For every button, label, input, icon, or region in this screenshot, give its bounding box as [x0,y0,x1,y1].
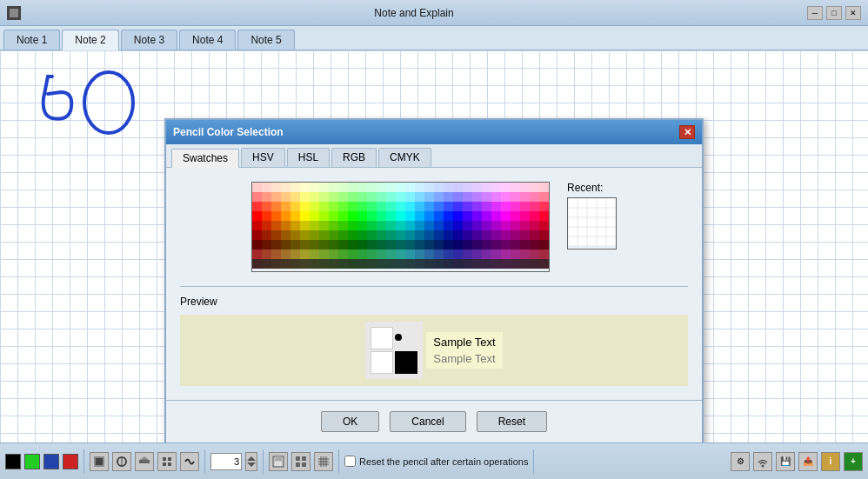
title-bar: Note and Explain ─ □ ✕ [0,0,868,26]
reset-button[interactable]: Reset [477,411,547,432]
dialog-tab-hsl[interactable]: HSL [287,148,330,167]
svg-rect-25 [296,462,300,467]
main-tabs: Note 1 Note 2 Note 3 Note 4 Note 5 [0,26,868,50]
pencil-size-spinner[interactable] [245,452,257,471]
dialog-tabs: Swatches HSV HSL RGB CMYK [166,144,702,168]
recent-label: Recent: [567,182,603,194]
preview-box: Sample Text Sample Text [180,315,688,386]
tab-note2[interactable]: Note 2 [62,30,118,50]
svg-rect-17 [168,462,171,466]
toolbar-add-btn[interactable]: + [844,452,863,471]
tab-note1[interactable]: Note 1 [3,30,60,50]
toolbar-separator-4 [338,449,339,474]
toolbar-black-swatch[interactable] [5,454,21,469]
preview-label: Preview [180,296,688,308]
toolbar-icon-btn-5[interactable] [180,452,199,471]
svg-rect-26 [302,462,306,467]
color-selection-dialog: Pencil Color Selection ✕ Swatches HSV HS… [164,118,704,444]
dialog-title-bar: Pencil Color Selection ✕ [166,120,702,144]
svg-marker-13 [140,456,149,460]
dialog-close-button[interactable]: ✕ [679,125,695,139]
toolbar-icon-btn-4[interactable] [157,452,177,471]
svg-point-33 [762,464,765,467]
tab-note3[interactable]: Note 3 [121,30,177,50]
toolbar-export-btn[interactable]: 📤 [798,452,818,471]
dialog-title: Pencil Color Selection [173,126,284,138]
toolbar-save2-btn[interactable]: 💾 [776,452,795,471]
preview-sample-text-2: Sample Text [433,352,495,365]
toolbar-info-btn[interactable]: i [821,452,840,471]
svg-marker-19 [247,462,256,467]
cancel-button[interactable]: Cancel [390,411,465,432]
dialog-tab-cmyk[interactable]: CMYK [378,148,431,167]
dialog-body: Recent: Preview [166,168,702,400]
preview-swatch-white-top [371,327,393,349]
dialog-buttons: OK Cancel Reset [166,400,702,442]
recent-section: Recent: [567,182,617,249]
svg-rect-15 [168,457,171,461]
dialog-tab-rgb[interactable]: RGB [331,148,377,167]
svg-rect-16 [163,462,166,466]
preview-dot [395,334,402,341]
svg-rect-9 [96,458,103,465]
toolbar-grid-btn[interactable] [291,452,310,471]
toolbar-separator-1 [83,449,84,474]
toolbar-blue-swatch[interactable] [43,454,59,469]
recent-grid-wrapper [567,197,617,249]
bottom-toolbar: 3 [0,442,868,479]
tab-note5[interactable]: Note 5 [237,30,294,50]
recent-grid[interactable] [568,198,616,246]
svg-rect-24 [302,456,306,461]
dialog-overlay: Pencil Color Selection ✕ Swatches HSV HS… [0,101,868,406]
preview-swatch-black [395,351,417,374]
swatches-container: Recent: [180,182,688,272]
canvas-area[interactable]: f(x) = Pencil Color Selection ✕ Swatches… [0,50,868,442]
color-grid[interactable] [252,183,549,269]
close-button[interactable]: ✕ [845,6,861,20]
toolbar-red-swatch[interactable] [63,454,78,469]
pencil-size-input[interactable]: 3 [210,453,242,470]
maximize-button[interactable]: □ [826,6,842,20]
dialog-tab-hsv[interactable]: HSV [241,148,285,167]
toolbar-icon-btn-1[interactable] [90,452,109,471]
toolbar-save-btn[interactable] [269,452,288,471]
toolbar-icon-btn-2[interactable] [112,452,131,471]
window-title: Note and Explain [21,7,807,19]
svg-rect-14 [163,457,166,461]
svg-rect-21 [275,456,282,461]
svg-marker-18 [247,456,256,461]
ok-button[interactable]: OK [321,411,379,432]
reset-checkbox-text: Reset the pencil after certain operation… [359,456,528,467]
minimize-button[interactable]: ─ [807,6,823,20]
toolbar-separator-5 [533,449,534,474]
dialog-tab-swatches[interactable]: Swatches [171,149,239,168]
toolbar-settings-btn[interactable]: ⚙ [731,452,750,471]
preview-swatch-white-bottom-left [371,351,393,374]
svg-rect-22 [275,462,282,466]
preview-sample-text-1: Sample Text [433,336,495,349]
toolbar-separator-3 [263,449,264,474]
toolbar-icon-btn-3[interactable] [135,452,154,471]
tab-note4[interactable]: Note 4 [179,30,236,50]
color-grid-wrapper [251,182,550,272]
toolbar-separator-2 [204,449,205,474]
reset-checkbox-label[interactable]: Reset the pencil after certain operation… [344,456,528,467]
svg-rect-23 [296,456,300,461]
toolbar-grid2-btn[interactable] [314,452,333,471]
reset-checkbox[interactable] [344,456,356,467]
svg-rect-12 [139,460,150,463]
toolbar-wifi-btn[interactable] [753,452,772,471]
app-icon [7,6,21,20]
window-controls: ─ □ ✕ [807,6,861,20]
preview-section: Preview [180,286,688,386]
toolbar-green-swatch[interactable] [24,454,40,469]
